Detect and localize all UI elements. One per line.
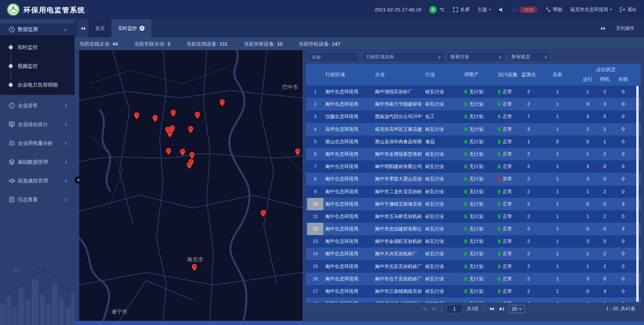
table-row[interactable]: 5营山生态环境局营山县润丰肉食品有限食品无计划正常10010	[306, 136, 641, 148]
map-pin-icon[interactable]	[180, 149, 185, 156]
map-pin-icon[interactable]	[189, 152, 195, 159]
cell-production-status: 无计划	[464, 285, 496, 297]
table-body: 1阆中生态环境局阆中强锐页岩砖厂砖瓦行业无计划正常211202阆中生态环境局阆中…	[306, 86, 641, 303]
table-row[interactable]: 1阆中生态环境局阆中强锐页岩砖厂砖瓦行业无计划正常21120	[306, 86, 641, 98]
cell-production-status: 无计划	[464, 248, 496, 260]
table-row[interactable]: 2阆中生态环境局阆中市南方节能建材有砖瓦行业无计划正常21030	[306, 98, 641, 110]
map-pin-icon[interactable]	[260, 210, 266, 217]
sidebar-group-数据监测[interactable]: 数据监测	[0, 23, 74, 35]
cell-lost: 0	[613, 185, 633, 198]
prev-page-icon	[431, 307, 436, 311]
double-chevron-right-icon[interactable]	[601, 26, 606, 31]
table-row[interactable]: 10阆中生态环境局阆中千佛镇五郎垭页岩砖瓦行业无计划正常21003	[306, 198, 641, 210]
cell-stopped: 2	[595, 260, 615, 273]
mute-button[interactable]	[499, 7, 504, 12]
last-page-button[interactable]	[499, 307, 504, 311]
cell-company: 营山县润丰肉食品有限	[375, 136, 425, 148]
sidebar-item-企业综合统计[interactable]: 企业综合统计	[0, 115, 74, 134]
notification-area[interactable]: 2632	[512, 6, 538, 13]
org-dropdown[interactable]: 南充市生态环境局▾	[570, 7, 612, 13]
cell-monitor-count: 2	[517, 273, 541, 285]
table-row[interactable]: 15阆中生态环境局阆中市光富页岩机砖厂砖瓦行业无计划正常21120	[306, 260, 641, 273]
cell-lost: 0	[613, 285, 633, 297]
table-scrollbar-thumb[interactable]	[636, 86, 639, 302]
map-pin-icon[interactable]	[134, 112, 140, 120]
cell-region: 阆中生态环境局	[325, 248, 374, 260]
tab-realtime-monitor[interactable]: 实时监控 ×	[111, 19, 151, 38]
table-row[interactable]: 17阆中生态环境局阆中市江南镇阆南页岩砖瓦行业无计划正常21030	[306, 285, 641, 297]
fullscreen-button[interactable]: 全屏	[453, 7, 470, 13]
region-filter-select[interactable]: 行政区域名称 ∨	[362, 52, 445, 62]
sidebar-item-视频监控[interactable]: 视频监控	[0, 57, 74, 75]
map-pin-icon[interactable]	[195, 111, 200, 119]
sidebar-item-应急减排管理[interactable]: 应急减排管理	[0, 171, 74, 190]
map-pin-icon[interactable]	[167, 130, 173, 138]
theme-dropdown[interactable]: 主题▾	[478, 7, 491, 13]
map-pin-icon[interactable]	[166, 148, 171, 155]
industry-filter-select[interactable]: 所有行业 ∨	[447, 52, 505, 62]
map-pin-icon[interactable]	[192, 264, 197, 271]
page-number-input[interactable]	[447, 305, 462, 313]
sidebar-item-日志查看[interactable]: 日志查看	[0, 190, 74, 209]
table-row[interactable]: 11阆中生态环境局阆中市五马桥页岩机砖砖瓦行业无计划正常21120	[306, 210, 641, 223]
sidebar-item-企业电力负荷明细[interactable]: 企业电力负荷明细	[0, 75, 74, 94]
cell-industry: 砖瓦行业	[425, 285, 462, 297]
table-row[interactable]: 14阆中生态环境局阆中大兴页岩机砖厂砖瓦行业无计划正常21120	[306, 248, 641, 260]
cell-production-status: 无计划	[464, 235, 496, 248]
tab-home[interactable]: 首页	[89, 19, 111, 38]
cell-lost: 0	[613, 273, 633, 285]
table-row[interactable]: 4高坪生态环境局南充市高坪区王家店建砖瓦行业无计划正常31220	[306, 123, 641, 136]
map-pin-icon[interactable]	[170, 109, 176, 117]
status-dot-icon	[464, 239, 467, 243]
table-row[interactable]: 18南部生态环境局南部县砂华水泥有限公建材加工无计划正常60060	[306, 297, 641, 303]
sidebar-item-基础数据管理[interactable]: 基础数据管理	[0, 153, 74, 171]
table-row[interactable]: 9阆中生态环境局阆中市二龙长宝页岩砖砖瓦行业无计划正常21120	[306, 185, 641, 198]
map-pin-icon[interactable]	[219, 99, 225, 107]
next-page-button[interactable]	[490, 307, 495, 311]
layers-icon	[9, 159, 15, 165]
table-row[interactable]: 7阆中生态环境局阆中明阳建材有限公司砖瓦行业无计划正常21300	[306, 160, 641, 173]
close-icon[interactable]: ×	[140, 26, 145, 31]
sidebar-item-企业异常[interactable]: 企业异常	[0, 96, 74, 115]
help-button[interactable]: 帮助	[546, 7, 562, 13]
prev-page-button[interactable]	[431, 307, 436, 311]
close-operations-button[interactable]: 关闭操作	[616, 25, 635, 32]
table-row[interactable]: 6阆中生态环境局阆中市金博瑞新型墙材砖瓦行业无计划正常21120	[306, 148, 641, 160]
logout-button[interactable]: 退出	[620, 7, 637, 13]
row-index: 12	[306, 223, 325, 235]
status-dot-icon	[498, 152, 501, 156]
table-row[interactable]: 12阆中生态环境局阆中市忠信建材有限公砖瓦行业无计划正常21003	[306, 223, 641, 235]
cell-monitor-count: 2	[517, 160, 541, 173]
sidebar-item-实时监控[interactable]: 实时监控	[0, 38, 74, 57]
tabs-scroll-left-button[interactable]	[77, 19, 89, 38]
cell-lost: 3	[613, 198, 633, 210]
map-pin-icon[interactable]	[295, 148, 301, 156]
table-row[interactable]: 8阆中生态环境局阆中市枣碧大梁山页岩砖瓦行业无计划异常21300	[306, 173, 641, 185]
row-index: 4	[306, 123, 325, 136]
status-filter-select[interactable]: 所有状态 ∨	[507, 52, 551, 62]
table-row[interactable]: 3仪陇生态环境局西南油气田分公司川中化工无计划正常71350	[306, 110, 641, 123]
map-panel[interactable]: 巴中市南充市遂宁市	[79, 50, 303, 321]
name-filter-input[interactable]	[308, 52, 359, 62]
cell-total-meter: 1	[545, 223, 570, 235]
map-pin-icon[interactable]	[152, 115, 158, 122]
stat-item: 当前停机设备:147	[299, 41, 340, 47]
chevron-left-icon	[65, 197, 67, 203]
page-size-select[interactable]: 20	[509, 305, 525, 313]
chevron-left-icon	[77, 178, 79, 182]
map-collapse-button[interactable]	[74, 176, 82, 184]
map-pin-icon[interactable]	[188, 126, 194, 133]
table-row[interactable]: 16阆中生态环境局阆中市石子页岩机砖厂砖瓦行业无计划正常21300	[306, 273, 641, 285]
name-input[interactable]	[312, 54, 355, 60]
map-pin-icon[interactable]	[186, 162, 192, 169]
cell-industry: 砖瓦行业	[425, 86, 462, 98]
sidebar-item-企业用电量分析[interactable]: 企业用电量分析	[0, 134, 74, 153]
sidebar-item-label: 企业电力负荷明细	[17, 82, 58, 88]
row-index: 13	[306, 235, 325, 248]
row-index: 8	[306, 173, 325, 185]
sidebar-item-label: 企业用电量分析	[18, 140, 53, 147]
table-row[interactable]: 13阆中生态环境局阆中市金福旺页岩机砖砖瓦行业无计划正常21300	[306, 235, 641, 248]
sidebar-item-label: 视频监控	[17, 63, 38, 69]
first-page-button[interactable]	[422, 307, 426, 311]
cell-industry: 砖瓦行业	[425, 248, 462, 260]
